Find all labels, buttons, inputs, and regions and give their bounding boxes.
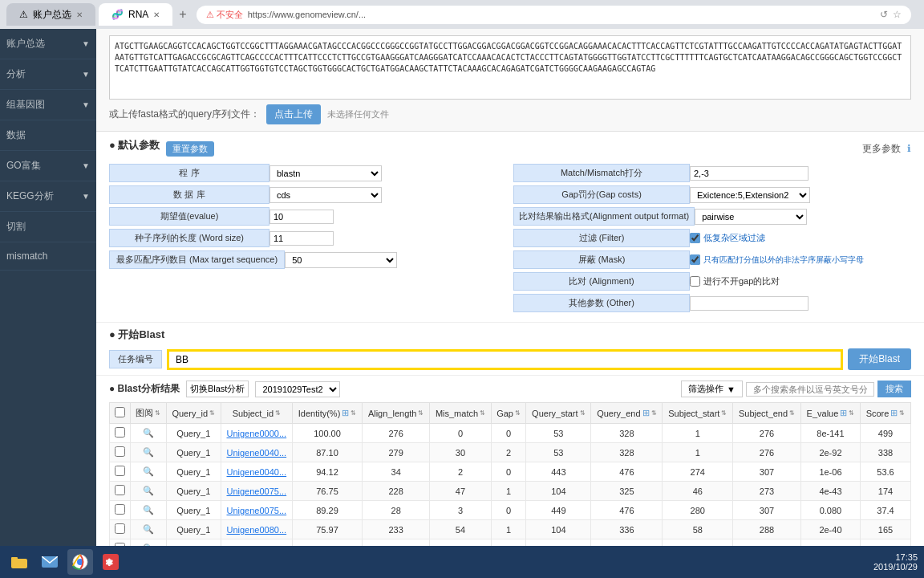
blast-run-title: ● 开始Blast (109, 328, 911, 342)
address-bar[interactable]: ⚠ 不安全 https://www.genomeview.cn/... ↺ ☆ (197, 6, 911, 24)
th-align-length[interactable]: Align_length⇅ (363, 403, 430, 424)
matchmismatch-input[interactable] (690, 166, 808, 181)
task-selector[interactable]: 20191029Test2 (255, 381, 340, 397)
tab-rna[interactable]: 🧬 RNA ✕ (99, 3, 172, 26)
taskbar: ❃ 17:35 2019/10/29 (0, 546, 924, 578)
sidebar-item-analysis[interactable]: 分析 ▼ (0, 59, 96, 90)
sidebar-item-genemap[interactable]: 组基因图 ▼ (0, 90, 96, 120)
th-evalue[interactable]: E_value ⊞⇅ (800, 403, 860, 424)
row-subject-id-0[interactable]: Unigene0000... (227, 429, 287, 438)
star-icon[interactable]: ☆ (893, 9, 902, 20)
sidebar-item-zhanghu[interactable]: 账户总选 ▼ (0, 29, 96, 59)
row-score-3: 174 (861, 482, 911, 501)
cb-lowcomplexity-input[interactable] (690, 233, 700, 243)
row-graph-icon-0[interactable]: 🔍 (143, 428, 154, 438)
wordsize-label: 种子序列的长度 (Word size) (109, 229, 270, 247)
th-graph[interactable]: 图阅⇅ (131, 403, 167, 424)
evalue-input[interactable] (270, 210, 334, 224)
row-graph-icon-1[interactable]: 🔍 (143, 447, 154, 457)
taskbar-app2-icon[interactable]: ❃ (98, 549, 124, 575)
cb-lowcomplexity[interactable]: 低复杂区域过滤 (690, 232, 765, 244)
row-subject-start-5: 58 (663, 520, 733, 539)
filter-dropdown[interactable]: 筛选操作 ▼ (681, 381, 743, 397)
row-align-length-4: 28 (363, 501, 430, 520)
sequence-text[interactable]: ATGCTTGAAGCAGGTCCACAGCTGGTCCGGCTTTAGGAAA… (109, 35, 911, 100)
row-mis-match-5: 54 (430, 520, 492, 539)
sidebar-item-mismatch[interactable]: mismatch (0, 242, 96, 271)
row-checkbox-4[interactable] (115, 504, 125, 515)
database-select[interactable]: cds (270, 187, 382, 203)
row-checkbox-3[interactable] (115, 485, 125, 495)
chevron-icon-5: ▼ (82, 192, 90, 201)
row-checkbox-5[interactable] (115, 523, 125, 534)
row-checkbox-1[interactable] (115, 446, 125, 457)
th-subject-end[interactable]: Subject_end⇅ (733, 403, 801, 424)
sidebar: 账户总选 ▼ 分析 ▼ 组基因图 ▼ 数据 GO富集 ▼ KEGG分析 ▼ 切割… (0, 29, 96, 546)
wordsize-input[interactable] (270, 231, 334, 246)
multi-condition-input[interactable] (746, 382, 874, 397)
reload-icon[interactable]: ↺ (880, 9, 888, 20)
sidebar-item-cut[interactable]: 切割 (0, 212, 96, 242)
row-evalue-6: 3e-32 (800, 539, 860, 547)
search-button[interactable]: 搜索 (877, 381, 911, 397)
th-subject-start[interactable]: Subject_start⇅ (663, 403, 733, 424)
row-graph-icon-4[interactable]: 🔍 (143, 505, 154, 515)
sequence-area: ATGCTTGAAGCAGGTCCACAGCTGGTCCGGCTTTAGGAAA… (96, 29, 924, 132)
row-subject-id-4[interactable]: Unigene0075... (227, 506, 287, 515)
row-checkbox-2[interactable] (115, 466, 125, 476)
th-gap[interactable]: Gap⇅ (491, 403, 526, 424)
new-tab-button[interactable]: + (179, 7, 186, 22)
other-input[interactable] (690, 296, 808, 311)
outputformat-select[interactable]: pairwise (695, 209, 807, 225)
info-icon[interactable]: ℹ (907, 143, 911, 154)
taskbar-chrome-icon[interactable] (67, 549, 93, 575)
taskbar-folder-icon[interactable] (6, 549, 32, 575)
cb-nogap-input[interactable] (690, 276, 700, 287)
sidebar-item-kegg[interactable]: KEGG分析 ▼ (0, 181, 96, 212)
row-subject-id-1[interactable]: Unigene0040... (227, 448, 287, 458)
gapcost-select[interactable]: Exictence:5,Extension2 (690, 187, 810, 203)
th-query-start[interactable]: Query_start⇅ (526, 403, 591, 424)
cb-nonlegal[interactable]: 只有匹配打分值以外的非法字序屏蔽小写字母 (690, 254, 864, 266)
upload-button[interactable]: 点击上传 (266, 104, 321, 124)
reset-params-button[interactable]: 重置参数 (166, 141, 214, 157)
row-subject-end-1: 276 (733, 443, 801, 462)
row-query-start-6: 101 (526, 539, 591, 547)
cb-nogap[interactable]: 进行不开gap的比对 (690, 275, 780, 287)
sidebar-item-go[interactable]: GO富集 ▼ (0, 151, 96, 181)
row-subject-id-3[interactable]: Unigene0075... (227, 486, 287, 496)
row-graph-icon-2[interactable]: 🔍 (143, 466, 154, 476)
row-subject-id-2[interactable]: Unigene0040... (227, 467, 287, 477)
th-query-id[interactable]: Query_id⇅ (166, 403, 221, 424)
row-score-0: 499 (861, 424, 911, 443)
th-subject-id[interactable]: Subject_id⇅ (221, 403, 292, 424)
tab-zhanghu[interactable]: ⚠ 账户总选 ✕ (6, 3, 95, 26)
th-identity[interactable]: Identity(%) ⊞⇅ (292, 403, 362, 424)
row-gap-0: 0 (491, 424, 526, 443)
row-graph-icon-5[interactable]: 🔍 (143, 524, 154, 534)
row-checkbox-0[interactable] (115, 427, 125, 438)
th-mis-match[interactable]: Mis_match⇅ (430, 403, 492, 424)
cb-nonlegal-input[interactable] (690, 254, 700, 265)
select-all-checkbox[interactable] (115, 407, 125, 417)
row-subject-id-5[interactable]: Unigene0080... (227, 525, 287, 535)
tab-close-zhanghu[interactable]: ✕ (76, 10, 83, 19)
th-query-end[interactable]: Query_end ⊞⇅ (591, 403, 663, 424)
taskbar-mail-icon[interactable] (37, 549, 63, 575)
th-score[interactable]: Score ⊞⇅ (861, 403, 911, 424)
program-select[interactable]: blastn (270, 165, 382, 181)
table-row: 🔍 Query_1 Unigene0087... 73.57 227 57 1 … (110, 539, 911, 547)
rna-icon: 🧬 (111, 9, 124, 20)
sidebar-label-kegg: KEGG分析 (6, 189, 54, 203)
security-warning: ⚠ 不安全 (206, 9, 243, 21)
sidebar-item-data[interactable]: 数据 (0, 120, 96, 151)
upload-label: 或上传fasta格式的query序列文件： (109, 108, 260, 121)
task-input[interactable] (168, 351, 841, 368)
switch-blast-button[interactable]: 切换Blast分析 (186, 381, 249, 397)
row-graph-icon-3[interactable]: 🔍 (143, 486, 154, 495)
run-blast-button[interactable]: 开始Blast (848, 348, 911, 370)
param-evalue: 期望值(evalue) (109, 207, 507, 226)
maxtarget-select[interactable]: 50 (285, 252, 397, 268)
row-query-id-4: Query_1 (166, 501, 221, 520)
tab-close-rna[interactable]: ✕ (153, 10, 160, 19)
